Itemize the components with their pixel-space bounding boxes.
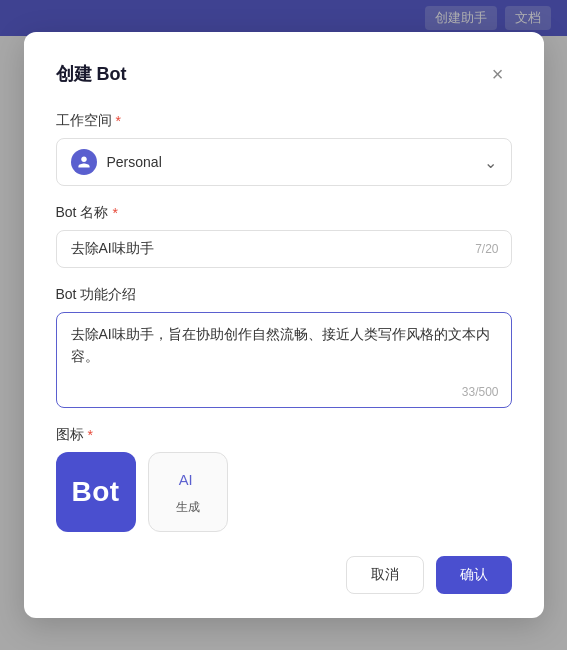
confirm-button[interactable]: 确认 <box>436 556 512 594</box>
icon-section: 图标 * Bot AI 生成 <box>56 426 512 532</box>
modal-footer: 取消 确认 <box>56 556 512 594</box>
bot-name-label: Bot 名称 * <box>56 204 512 222</box>
modal-title: 创建 Bot <box>56 62 127 86</box>
workspace-label: 工作空间 * <box>56 112 512 130</box>
bot-name-group: Bot 名称 * 7/20 <box>56 204 512 268</box>
bot-intro-label: Bot 功能介绍 <box>56 286 512 304</box>
bot-name-input-wrapper: 7/20 <box>56 230 512 268</box>
generate-label: 生成 <box>176 499 200 516</box>
bot-name-required-star: * <box>112 205 117 221</box>
icon-preview[interactable]: Bot <box>56 452 136 532</box>
modal-overlay: 创建 Bot × 工作空间 * Personal ⌄ <box>0 0 567 650</box>
chevron-down-icon: ⌄ <box>484 153 497 172</box>
create-bot-modal: 创建 Bot × 工作空间 * Personal ⌄ <box>24 32 544 618</box>
bot-intro-textarea[interactable]: 去除AI味助手，旨在协助创作自然流畅、接近人类写作风格的文本内容。 <box>57 313 511 403</box>
bot-intro-counter: 33/500 <box>462 385 499 399</box>
bot-intro-group: Bot 功能介绍 去除AI味助手，旨在协助创作自然流畅、接近人类写作风格的文本内… <box>56 286 512 408</box>
bot-name-counter: 7/20 <box>475 242 498 256</box>
workspace-icon <box>71 149 97 175</box>
ai-icon: AI <box>177 468 199 495</box>
svg-text:AI: AI <box>178 472 192 488</box>
modal-header: 创建 Bot × <box>56 60 512 88</box>
cancel-button[interactable]: 取消 <box>346 556 424 594</box>
bot-name-input[interactable] <box>57 231 511 267</box>
workspace-select[interactable]: Personal ⌄ <box>56 138 512 186</box>
workspace-required-star: * <box>116 113 121 129</box>
workspace-value: Personal <box>107 154 484 170</box>
icon-label: 图标 * <box>56 426 512 444</box>
close-button[interactable]: × <box>484 60 512 88</box>
icon-generate-button[interactable]: AI 生成 <box>148 452 228 532</box>
bot-intro-textarea-wrapper: 去除AI味助手，旨在协助创作自然流畅、接近人类写作风格的文本内容。 33/500 <box>56 312 512 408</box>
close-icon: × <box>492 63 504 86</box>
icon-required-star: * <box>88 427 93 443</box>
icon-grid: Bot AI 生成 <box>56 452 512 532</box>
workspace-group: 工作空间 * Personal ⌄ <box>56 112 512 186</box>
